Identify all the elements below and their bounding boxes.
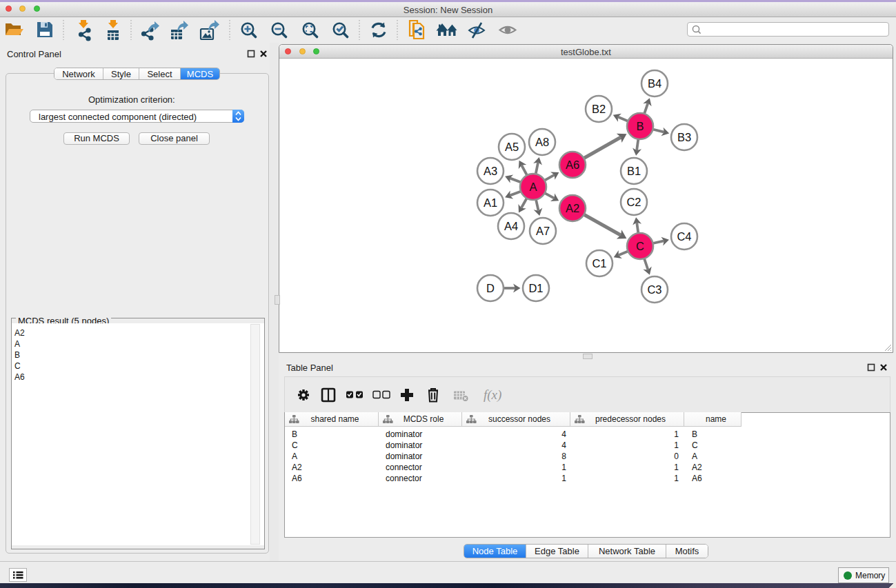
svg-text:A3: A3: [484, 165, 497, 177]
svg-text:D: D: [486, 282, 495, 294]
svg-text:C1: C1: [592, 257, 606, 270]
svg-text:C: C: [636, 240, 644, 252]
svg-text:C4: C4: [677, 230, 691, 243]
svg-text:C2: C2: [626, 196, 641, 208]
svg-text:A5: A5: [505, 141, 519, 153]
svg-text:A1: A1: [484, 196, 497, 209]
svg-text:A7: A7: [536, 225, 550, 237]
svg-text:B1: B1: [627, 165, 641, 177]
svg-text:A2: A2: [566, 202, 579, 214]
svg-text:A8: A8: [535, 136, 549, 148]
svg-text:C3: C3: [647, 283, 661, 296]
svg-text:B3: B3: [677, 131, 691, 143]
svg-text:A: A: [529, 181, 537, 193]
svg-text:A4: A4: [504, 220, 518, 232]
svg-text:B2: B2: [592, 103, 606, 115]
svg-text:A6: A6: [566, 159, 579, 171]
svg-text:B4: B4: [648, 77, 661, 90]
svg-text:f(x): f(x): [484, 387, 501, 403]
svg-text:D1: D1: [528, 282, 543, 294]
svg-text:B: B: [636, 120, 644, 132]
